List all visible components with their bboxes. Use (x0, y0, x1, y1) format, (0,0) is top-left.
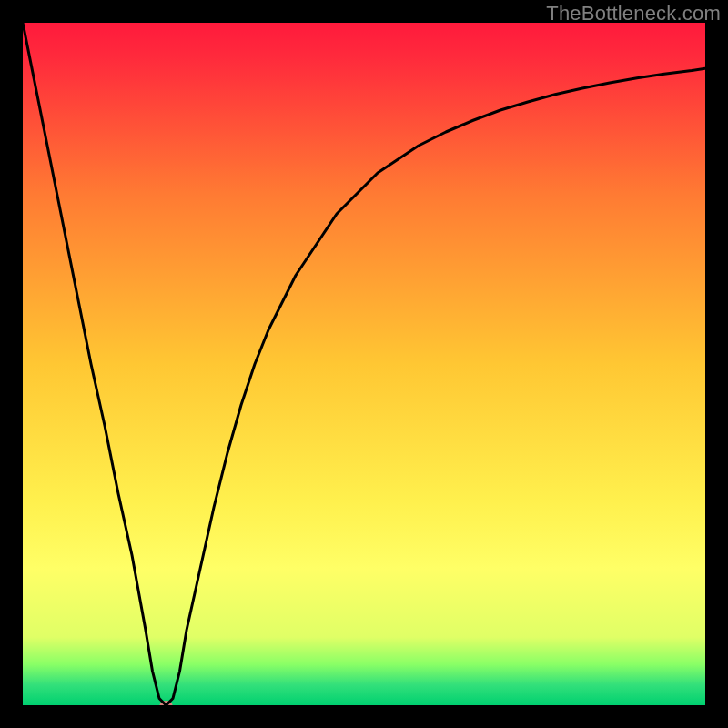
bottleneck-chart (0, 0, 728, 728)
watermark-label: TheBottleneck.com (546, 2, 721, 25)
chart-root: TheBottleneck.com (0, 0, 728, 728)
plot-background-gradient (23, 23, 705, 705)
plot-area (23, 23, 705, 710)
